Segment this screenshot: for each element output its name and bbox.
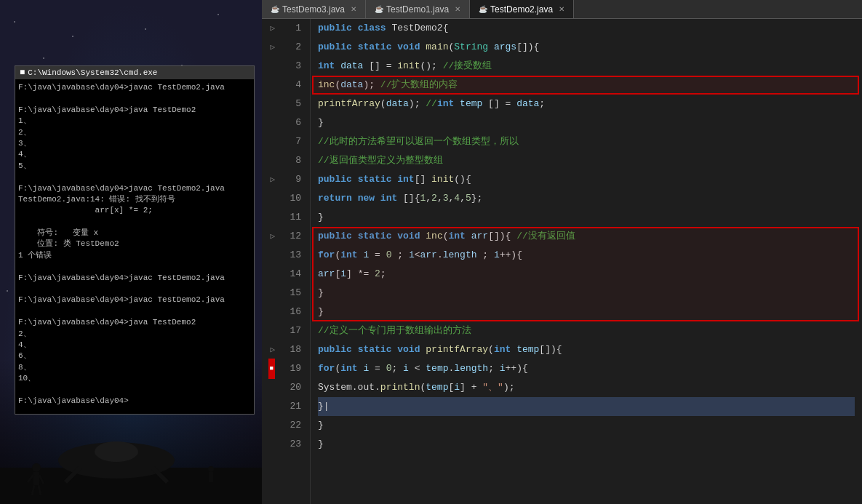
code-content[interactable]: public class TestDemo2{ public static vo… (311, 19, 862, 504)
code-text-11: } (318, 208, 324, 227)
gutter-row-23 (262, 435, 278, 454)
code-text-4: inc(data); //扩大数组的内容 (318, 76, 458, 95)
gutter-row-14 (262, 265, 278, 284)
code-line-17: //定义一个专门用于数组输出的方法 (318, 321, 855, 340)
code-line-21: }| (318, 397, 855, 416)
code-line-16: } (318, 303, 855, 321)
code-text-14: arr[i] *= 2; (318, 265, 386, 284)
code-line-15: } (318, 284, 855, 303)
gutter-row-2: ▷ (262, 38, 278, 57)
svg-point-12 (208, 466, 214, 472)
code-text-5: printfArray(data); //int temp [] = data; (318, 95, 545, 113)
code-line-2: public static void main(String args[]){ (318, 38, 855, 57)
svg-rect-13 (209, 472, 213, 482)
code-line-22: } (318, 416, 855, 435)
expand-icon-18[interactable]: ▷ (270, 340, 275, 359)
line-number-11: 11 (284, 208, 304, 227)
expand-icon-1[interactable]: ▷ (270, 19, 275, 38)
editor-panel: ☕TestDemo3.java✕☕TestDemo1.java✕☕TestDem… (262, 0, 862, 504)
code-line-11: } (318, 208, 855, 227)
gutter-row-10 (262, 189, 278, 208)
terminal-content[interactable]: F:\java\javabase\day04>javac TestDemo2.j… (15, 79, 254, 414)
gutter-row-19: ■ (262, 359, 278, 378)
code-text-23: } (318, 435, 324, 454)
code-line-5: printfArray(data); //int temp [] = data; (318, 95, 855, 113)
line-number-14: 14 (284, 265, 304, 284)
expand-icon-2[interactable]: ▷ (270, 38, 275, 57)
svg-point-3 (95, 441, 138, 462)
gutter-row-1: ▷ (262, 19, 278, 38)
code-text-17: //定义一个专门用于数组输出的方法 (318, 321, 471, 340)
line-number-19: 19 (284, 359, 304, 378)
tabs-bar: ☕TestDemo3.java✕☕TestDemo1.java✕☕TestDem… (262, 0, 862, 19)
line-numbers: 1234567891011121314151617181920212223 (278, 19, 311, 504)
terminal-window: ■ C:\Windows\System32\cmd.exe F:\java\ja… (15, 65, 255, 415)
line-gutter: ▷▷▷▷▷■ (262, 19, 278, 504)
gutter-row-9: ▷ (262, 170, 278, 189)
code-text-18: public static void printfArray(int temp[… (318, 340, 562, 359)
code-text-20: System.out.println(temp[i] + "、"); (318, 378, 515, 397)
tab-close-0[interactable]: ✕ (351, 5, 356, 13)
code-text-15: } (318, 284, 324, 303)
line-number-2: 2 (284, 38, 304, 57)
line-number-23: 23 (284, 435, 304, 454)
terminal-titlebar: ■ C:\Windows\System32\cmd.exe (15, 66, 254, 79)
tab-label-0: TestDemo3.java (282, 4, 345, 15)
code-line-9: public static int[] init(){ (318, 170, 855, 189)
breakpoint-icon-19[interactable]: ■ (268, 359, 275, 379)
tab-close-1[interactable]: ✕ (455, 5, 460, 13)
line-number-5: 5 (284, 95, 304, 113)
tab-TestDemo3_java[interactable]: ☕TestDemo3.java✕ (262, 0, 366, 18)
expand-icon-9[interactable]: ▷ (270, 170, 275, 189)
code-line-8: //返回值类型定义为整型数组 (318, 151, 855, 170)
code-text-9: public static int[] init(){ (318, 170, 471, 189)
line-number-13: 13 (284, 246, 304, 265)
line-number-16: 16 (284, 303, 304, 321)
gutter-row-11 (262, 208, 278, 227)
line-number-1: 1 (284, 19, 304, 38)
code-line-4: inc(data); //扩大数组的内容 (318, 76, 855, 95)
code-line-10: return new int []{1,2,3,4,5}; (318, 189, 855, 208)
tab-icon-1: ☕ (375, 5, 383, 13)
terminal-title: C:\Windows\System32\cmd.exe (28, 68, 157, 77)
line-number-4: 4 (284, 76, 304, 95)
code-line-20: System.out.println(temp[i] + "、"); (318, 378, 855, 397)
code-text-21: }| (318, 397, 330, 416)
code-line-6: } (318, 113, 855, 132)
svg-point-6 (32, 463, 41, 472)
gutter-row-20 (262, 378, 278, 397)
line-number-10: 10 (284, 189, 304, 208)
code-line-12: public static void inc(int arr[]){ //没有返… (318, 227, 855, 246)
line-number-12: 12 (284, 227, 304, 246)
code-text-3: int data [] = init(); //接受数组 (318, 57, 492, 76)
code-text-22: } (318, 416, 324, 435)
tab-icon-2: ☕ (479, 5, 487, 13)
line-number-21: 21 (284, 397, 304, 416)
line-number-7: 7 (284, 132, 304, 151)
gutter-row-5 (262, 95, 278, 113)
code-text-7: //此时的方法希望可以返回一个数组类型，所以 (318, 132, 519, 151)
gutter-row-22 (262, 416, 278, 435)
tab-close-2[interactable]: ✕ (559, 5, 564, 13)
code-line-14: arr[i] *= 2; (318, 265, 855, 284)
tab-label-1: TestDemo1.java (386, 4, 449, 15)
line-number-20: 20 (284, 378, 304, 397)
code-area: ▷▷▷▷▷■ 123456789101112131415161718192021… (262, 19, 862, 504)
tab-TestDemo1_java[interactable]: ☕TestDemo1.java✕ (366, 0, 470, 18)
code-line-3: int data [] = init(); //接受数组 (318, 57, 855, 76)
code-text-8: //返回值类型定义为整型数组 (318, 151, 443, 170)
line-number-22: 22 (284, 416, 304, 435)
tab-label-2: TestDemo2.java (490, 4, 553, 15)
tab-TestDemo2_java[interactable]: ☕TestDemo2.java✕ (470, 0, 574, 18)
gutter-row-6 (262, 113, 278, 132)
line-number-9: 9 (284, 170, 304, 189)
gutter-row-4 (262, 76, 278, 95)
expand-icon-12[interactable]: ▷ (270, 227, 275, 246)
line-number-17: 17 (284, 321, 304, 340)
code-line-7: //此时的方法希望可以返回一个数组类型，所以 (318, 132, 855, 151)
line-number-6: 6 (284, 113, 304, 132)
code-text-6: } (318, 113, 324, 132)
line-number-3: 3 (284, 57, 304, 76)
terminal-panel: ■ C:\Windows\System32\cmd.exe F:\java\ja… (0, 0, 262, 504)
code-line-18: public static void printfArray(int temp[… (318, 340, 855, 359)
